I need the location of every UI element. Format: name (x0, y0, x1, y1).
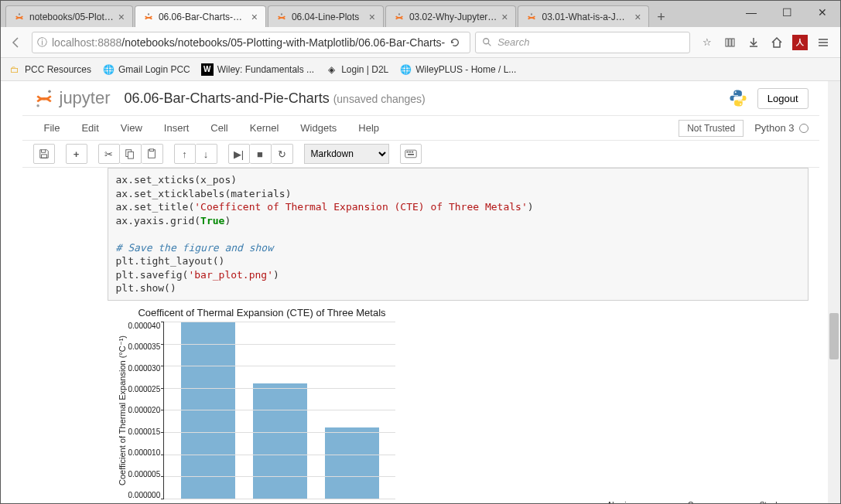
bookmark-item[interactable]: WWiley: Fundamentals ... (201, 63, 314, 76)
w-icon: W (201, 63, 214, 76)
cell-type-select[interactable]: Markdown (304, 144, 389, 164)
new-tab-button[interactable]: + (651, 7, 671, 27)
svg-rect-23 (409, 152, 410, 153)
run-button[interactable]: ▶| (228, 144, 250, 164)
browser-tab[interactable]: notebooks/05-Plot… × (5, 5, 133, 27)
svg-point-5 (484, 38, 489, 43)
downloads-icon[interactable] (746, 35, 761, 50)
xtick-label: Steel (760, 501, 778, 503)
close-icon[interactable]: × (118, 11, 125, 23)
pdf-icon[interactable]: 人 (792, 35, 808, 50)
browser-toolbar: ⓘ localhost:8888/notebooks/notebooks/05-… (1, 27, 840, 58)
browser-tab-strip: notebooks/05-Plot… × 06.06-Bar-Charts-a…… (1, 1, 840, 27)
menu-widgets[interactable]: Widgets (289, 119, 347, 137)
jupyter-toolbar: + ✂ ↑ ↓ ▶| ■ ↻ (22, 141, 819, 168)
ytick-label: 0.000025 (128, 385, 161, 393)
search-icon (482, 37, 493, 48)
unsaved-indicator: (unsaved changes) (333, 93, 426, 105)
window-maximize-button[interactable]: ☐ (769, 1, 805, 24)
tab-label: 06.06-Bar-Charts-a… (159, 12, 247, 22)
jupyter-header: jupyter 06.06-Bar-Charts-and-Pie-Charts … (22, 81, 819, 115)
svg-point-14 (36, 104, 39, 107)
move-down-button[interactable]: ↓ (196, 144, 217, 164)
back-button[interactable] (5, 32, 27, 53)
browser-tab[interactable]: 06.06-Bar-Charts-a… × (135, 5, 266, 27)
svg-rect-25 (408, 154, 414, 155)
xtick-label: Copper (688, 501, 713, 503)
svg-rect-20 (149, 149, 153, 152)
kernel-status-icon (799, 124, 809, 133)
jupyter-logo[interactable]: jupyter (33, 87, 111, 109)
command-palette-button[interactable] (400, 144, 422, 164)
close-icon[interactable]: × (369, 11, 375, 23)
home-icon[interactable] (769, 35, 785, 50)
library-icon[interactable] (723, 35, 738, 50)
tab-label: 06.04-Line-Plots (292, 12, 364, 22)
bookmark-item[interactable]: ◈Login | D2L (325, 63, 388, 76)
close-icon[interactable]: × (634, 11, 641, 23)
restart-button[interactable]: ↻ (272, 144, 293, 164)
chart-output: Coefficent of Thermal Expansion (CTE) of… (115, 307, 809, 503)
logout-button[interactable]: Logout (757, 88, 809, 109)
chart-yaxis: 0.0000400.0000350.0000300.0000250.000020… (128, 322, 164, 499)
info-icon[interactable]: ⓘ (37, 36, 47, 49)
tab-label: 03.02-Why-Jupyter… (409, 12, 497, 22)
menu-edit[interactable]: Edit (70, 119, 109, 137)
svg-point-4 (531, 13, 532, 15)
vertical-scrollbar[interactable] (828, 81, 840, 503)
bookmark-star-icon[interactable]: ☆ (699, 35, 715, 50)
ytick-label: 0.000010 (128, 448, 161, 457)
paste-button[interactable] (142, 144, 163, 164)
bookmark-item[interactable]: 🌐Gmail Login PCC (102, 63, 190, 76)
window-close-button[interactable]: ✕ (805, 1, 840, 24)
add-cell-button[interactable]: + (66, 144, 87, 164)
svg-rect-9 (732, 39, 734, 46)
window-minimize-button[interactable]: — (733, 1, 769, 24)
code-cell[interactable]: ax.set_xticks(x_pos) ax.set_xticklabels(… (108, 168, 809, 301)
stop-button[interactable]: ■ (250, 144, 272, 164)
search-box[interactable]: Search (475, 32, 690, 53)
cut-button[interactable]: ✂ (98, 144, 120, 164)
tab-label: notebooks/05-Plot… (29, 12, 114, 22)
menu-cell[interactable]: Cell (200, 119, 238, 137)
browser-tab[interactable]: 03.02-Why-Jupyter… × (385, 5, 517, 27)
svg-line-6 (488, 43, 491, 46)
kernel-indicator[interactable]: Python 3 (754, 122, 808, 134)
browser-tab[interactable]: 03.01-What-is-a-Ju… × (518, 5, 649, 27)
jupyter-icon (276, 12, 287, 22)
svg-rect-22 (406, 152, 408, 153)
svg-point-1 (148, 13, 149, 15)
trust-indicator[interactable]: Not Trusted (679, 120, 744, 137)
scrollbar-thumb[interactable] (829, 313, 839, 359)
url-text: localhost:8888/notebooks/notebooks/05-Pl… (52, 36, 445, 49)
copy-button[interactable] (120, 144, 142, 164)
ytick-label: 0.000040 (128, 322, 161, 330)
menu-view[interactable]: View (110, 119, 153, 137)
move-up-button[interactable]: ↑ (174, 144, 196, 164)
xtick-label: Aluminum (607, 501, 641, 503)
save-button[interactable] (33, 144, 55, 164)
svg-point-16 (740, 104, 741, 105)
jupyter-icon (14, 12, 25, 22)
bookmarks-bar: 🗀PCC Resources 🌐Gmail Login PCC WWiley: … (1, 58, 840, 81)
menu-file[interactable]: File (33, 119, 71, 137)
ytick-label: 0.000035 (128, 342, 161, 351)
bookmark-item[interactable]: 🌐WileyPLUS - Home / L... (399, 63, 516, 76)
menu-icon[interactable] (815, 35, 831, 50)
svg-rect-24 (411, 152, 412, 153)
close-icon[interactable]: × (251, 11, 258, 23)
menu-help[interactable]: Help (347, 119, 390, 137)
svg-rect-8 (729, 39, 731, 46)
jupyter-icon (526, 12, 537, 22)
browser-tab[interactable]: 06.04-Line-Plots × (268, 5, 384, 27)
url-bar[interactable]: ⓘ localhost:8888/notebooks/notebooks/05-… (32, 32, 470, 53)
jupyter-icon (143, 12, 154, 22)
reload-button[interactable] (445, 37, 465, 48)
notebook-title[interactable]: 06.06-Bar-Charts-and-Pie-Charts (unsaved… (125, 90, 426, 107)
toolbar-right: ☆ 人 (695, 35, 836, 50)
menu-insert[interactable]: Insert (153, 119, 200, 137)
menu-kernel[interactable]: Kernel (239, 119, 290, 137)
close-icon[interactable]: × (501, 11, 508, 23)
bookmark-item[interactable]: 🗀PCC Resources (9, 63, 91, 76)
chart-bar (325, 427, 379, 499)
